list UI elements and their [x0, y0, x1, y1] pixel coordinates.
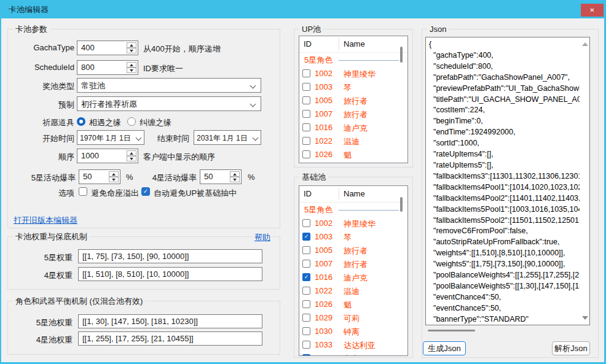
json-content[interactable]: { "gachaType":400, "scheduleId":800, "pr… [429, 39, 580, 325]
rate4-stepper[interactable]: 50 [200, 169, 242, 184]
row-name: 温迪 [344, 136, 360, 147]
gacha-type-stepper[interactable]: 400 [77, 41, 138, 55]
row-id: 1002 [315, 69, 333, 78]
list-item[interactable]: 1002神里绫华 [299, 217, 407, 230]
pool-weights5-input[interactable]: [[1, 30], [147, 150], [181, 10230]] [78, 314, 262, 328]
open-legacy-editor-link[interactable]: 打开旧版本编辑器 [14, 215, 77, 226]
list-item[interactable]: 1005旅行者 [299, 94, 407, 107]
list-item[interactable]: 1002神里绫华 [299, 67, 407, 80]
parse-json-button[interactable]: 解析Json [552, 341, 590, 355]
stepper-down-icon[interactable] [127, 156, 136, 161]
stepper-buttons[interactable] [127, 62, 136, 73]
scrollbar-thumb[interactable] [400, 197, 403, 212]
list-item[interactable]: ✓1035七七 [299, 352, 407, 356]
list-item[interactable]: 1029可莉 [299, 311, 407, 325]
close-button[interactable]: ✕ [581, 4, 604, 17]
schedule-id-stepper[interactable]: 800 [77, 60, 138, 75]
row-checkbox[interactable] [302, 260, 310, 268]
row-checkbox[interactable] [302, 83, 310, 91]
scrollbar-thumb[interactable] [400, 47, 403, 63]
list-item[interactable]: 1022温迪 [299, 134, 407, 148]
preset-select[interactable]: 初行者推荐祈愿 [77, 96, 261, 111]
row-checkbox[interactable]: ✓ [302, 233, 310, 241]
list-item[interactable]: ✓1003琴 [299, 230, 407, 244]
radio-intertwined-fate-label: 纠缠之缘 [140, 117, 171, 128]
scroll-up-icon[interactable] [582, 42, 588, 46]
weights4-input[interactable]: [[1, 510], [8, 510], [10, 10000]] [78, 267, 262, 281]
stepper-up-icon[interactable] [127, 150, 136, 156]
list-item[interactable]: 1007旅行者 [299, 257, 407, 271]
list-item[interactable]: 1005旅行者 [299, 244, 407, 257]
help-link[interactable]: 帮助 [253, 232, 272, 243]
gacha-params-group-title: 卡池参数 [13, 25, 50, 34]
checkbox-auto-strip-up[interactable]: ✓ [141, 187, 150, 196]
row-id: 1026 [315, 150, 333, 159]
end-time-picker[interactable]: 2031年 1月 1日 [194, 130, 261, 145]
row-id: 1003 [315, 232, 333, 241]
list-item[interactable]: 1033达达利亚 [299, 338, 407, 352]
list-item[interactable]: 1003琴 [299, 80, 407, 94]
row-checkbox[interactable] [302, 96, 310, 104]
radio-acquaint-fate[interactable] [77, 117, 85, 126]
stepper-up-icon[interactable] [127, 62, 136, 68]
stepper-down-icon[interactable] [109, 177, 119, 182]
checkbox-avoid-constellation-overflow[interactable] [79, 187, 87, 196]
stepper-up-icon[interactable] [109, 171, 119, 177]
stepper-buttons[interactable] [109, 171, 119, 182]
pool-weights5-label: 5星池权重 [0, 317, 73, 328]
preset-label: 预制 [0, 99, 74, 110]
id-column-header: ID [304, 39, 312, 48]
list-item[interactable]: 1016迪卢克 [299, 121, 407, 134]
pool-type-select[interactable]: 常驻池 [77, 78, 261, 93]
base-pool-list[interactable]: ID Name 5星角色 1002神里绫华✓1003琴1005旅行者1007旅行… [299, 185, 408, 356]
row-id: 1030 [315, 327, 333, 336]
row-id: 1029 [315, 313, 333, 322]
row-checkbox[interactable] [302, 150, 310, 158]
weights5-input[interactable]: [[1, 75], [73, 150], [90, 10000]] [78, 249, 262, 263]
rate5-stepper[interactable]: 50 [79, 169, 120, 184]
up-pool-list[interactable]: ID Name 5星角色 1002神里绫华1003琴1005旅行者1007旅行者… [299, 36, 408, 163]
row-checkbox[interactable]: ✓ [302, 354, 310, 356]
row-checkbox[interactable] [302, 137, 310, 145]
stepper-up-icon[interactable] [230, 171, 240, 177]
sort-label: 顺序 [0, 152, 74, 163]
row-checkbox[interactable] [302, 341, 310, 349]
list-item[interactable]: 1022温迪 [299, 284, 407, 298]
generate-json-button[interactable]: 生成Json [423, 341, 466, 355]
row-checkbox[interactable] [302, 246, 310, 254]
stepper-buttons[interactable] [230, 171, 240, 182]
scroll-down-icon[interactable] [582, 316, 588, 320]
list-item[interactable]: 1007旅行者 [299, 107, 407, 121]
row-checkbox[interactable] [302, 69, 310, 77]
radio-intertwined-fate[interactable] [127, 117, 136, 126]
row-checkbox[interactable] [302, 300, 310, 308]
sort-stepper[interactable]: 1000 [77, 149, 138, 163]
pool-weights4-input[interactable]: [[1, 255], [17, 255], [21, 10455]] [78, 331, 262, 346]
stepper-down-icon[interactable] [127, 68, 136, 73]
stepper-down-icon[interactable] [230, 177, 240, 182]
window-title: 卡池编辑器 [9, 4, 49, 15]
row-checkbox[interactable] [302, 287, 310, 295]
row-checkbox[interactable] [302, 314, 310, 322]
row-name: 神里绫华 [344, 69, 376, 80]
horizontal-scrollbar-thumb[interactable] [428, 330, 475, 331]
stepper-buttons[interactable] [127, 42, 136, 53]
list-item[interactable]: ✓1016迪卢克 [299, 271, 407, 284]
row-checkbox[interactable] [302, 123, 310, 131]
stepper-down-icon[interactable] [127, 48, 136, 53]
list-item[interactable]: 1026魈 [299, 298, 407, 311]
sort-hint: 客户端中显示的顺序 [143, 152, 215, 163]
stepper-up-icon[interactable] [127, 42, 136, 48]
row-name: 神里绫华 [344, 219, 376, 230]
row-checkbox[interactable] [302, 219, 310, 227]
list-item[interactable]: 1030钟离 [299, 325, 407, 338]
begin-time-picker[interactable]: 1970年 1月 1日 [77, 130, 144, 145]
vertical-scrollbar[interactable] [580, 37, 589, 325]
row-checkbox[interactable]: ✓ [302, 273, 310, 281]
row-name: 迪卢克 [344, 273, 368, 284]
row-checkbox[interactable] [302, 110, 310, 118]
stepper-buttons[interactable] [127, 150, 136, 161]
list-item[interactable]: 1026魈 [299, 148, 407, 161]
row-checkbox[interactable] [302, 327, 310, 335]
json-textarea[interactable]: { "gachaType":400, "scheduleId":800, "pr… [425, 37, 590, 325]
